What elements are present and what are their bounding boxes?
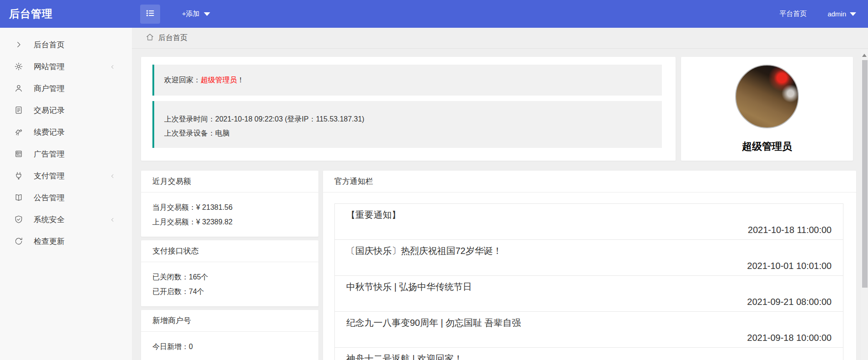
chevron-left-icon (109, 63, 116, 72)
sidebar-item-security[interactable]: 系统安全 (0, 208, 132, 230)
caret-down-icon (204, 12, 210, 16)
welcome-card: 欢迎回家：超级管理员！ 上次登录时间：2021-10-18 09:22:03 (… (141, 57, 676, 161)
sidebar-item-announcements[interactable]: 公告管理 (0, 187, 132, 208)
sidebar-item-label: 续费记录 (34, 127, 65, 137)
sidebar-toggle-button[interactable] (140, 5, 160, 24)
last-login-alert: 上次登录时间：2021-10-18 09:22:03 (登录IP：115.53.… (152, 101, 662, 148)
menu-list-icon (145, 8, 156, 20)
sidebar-item-label: 交易记录 (34, 105, 65, 116)
sidebar-item-merchants[interactable]: 商户管理 (0, 77, 132, 99)
platform-home-link[interactable]: 平台首页 (779, 10, 807, 18)
notice-row[interactable]: 神舟十二号返航 | 欢迎回家！ (335, 348, 843, 360)
open-book-icon (14, 193, 24, 203)
sidebar-item-renewals[interactable]: 续费记录 (0, 121, 132, 143)
header-right-group: 平台首页 admin (779, 0, 856, 28)
card-title: 支付接口状态 (141, 240, 318, 262)
sidebar-item-label: 支付管理 (34, 171, 65, 181)
sidebar-item-label: 广告管理 (34, 149, 65, 159)
chevron-right-icon (14, 40, 24, 50)
stat-row: 当月交易额：¥ 21381.56 (152, 200, 307, 215)
notice-date: 2021-10-18 11:00:00 (748, 225, 832, 235)
chevron-left-icon (109, 172, 116, 182)
user-menu[interactable]: admin (828, 10, 856, 18)
new-merchants-card: 新增商户号 今日新增：0 (141, 310, 318, 360)
notice-list: 【重要通知】 2021-10-18 11:00:00 〔国庆快乐〕热烈庆祝祖国7… (334, 203, 843, 360)
card-title: 新增商户号 (141, 310, 318, 332)
chevron-left-icon (109, 216, 116, 225)
scrollbar-thumb[interactable] (862, 60, 868, 288)
home-icon (146, 33, 154, 43)
avatar (735, 65, 799, 128)
sidebar-item-transactions[interactable]: 交易记录 (0, 99, 132, 121)
card-title: 近月交易额 (141, 171, 318, 193)
welcome-admin-name: 超级管理员 (201, 76, 237, 84)
notice-row[interactable]: 纪念九一八事变90周年 | 勿忘国耻 吾辈自强 2021-09-18 10:00… (335, 312, 843, 348)
sidebar: 后台首页 网站管理 商户管理 交易记录 (0, 28, 132, 360)
breadcrumb[interactable]: 后台首页 (132, 28, 868, 49)
sidebar-item-ads[interactable]: 广告管理 (0, 143, 132, 165)
welcome-alert: 欢迎回家：超级管理员！ (152, 65, 662, 96)
caret-down-icon (850, 12, 856, 16)
top-header: 后台管理 +添加 平台首页 admin (0, 0, 868, 28)
sidebar-item-website[interactable]: 网站管理 (0, 56, 132, 77)
plug-icon (14, 171, 24, 181)
last-login-time: 上次登录时间：2021-10-18 09:22:03 (登录IP：115.53.… (164, 112, 662, 126)
renewal-icon (14, 127, 24, 137)
vertical-scrollbar[interactable] (861, 50, 868, 360)
add-button[interactable]: +添加 (177, 0, 216, 28)
scrollbar-up-arrow-icon[interactable] (862, 54, 867, 57)
profile-card: 超级管理员 (681, 57, 853, 161)
notice-date: 2021-09-21 08:00:00 (747, 297, 832, 307)
sidebar-item-label: 网站管理 (34, 61, 65, 72)
notice-title[interactable]: 纪念九一八事变90周年 | 勿忘国耻 吾辈自强 (346, 317, 521, 329)
stat-row: 今日新增：0 (152, 340, 307, 354)
notice-date: 2021-09-18 10:00:00 (747, 333, 832, 343)
profile-name: 超级管理员 (681, 140, 853, 153)
shield-check-icon (14, 214, 24, 224)
notice-row[interactable]: 【重要通知】 2021-10-18 11:00:00 (335, 204, 843, 240)
main-content: 后台首页 欢迎回家：超级管理员！ 上次登录时间：2021-10-18 09:22… (132, 28, 868, 360)
notice-row[interactable]: 〔国庆快乐〕热烈庆祝祖国72岁华诞！ 2021-10-01 10:01:00 (335, 240, 843, 276)
sidebar-item-payments[interactable]: 支付管理 (0, 165, 132, 187)
document-icon (14, 105, 24, 115)
user-icon (14, 83, 24, 93)
sidebar-item-label: 系统安全 (34, 214, 65, 225)
gateway-status-card: 支付接口状态 已关闭数：165个 已开启数：74个 (141, 240, 318, 306)
sidebar-item-label: 商户管理 (34, 83, 65, 94)
sidebar-item-check-update[interactable]: 检查更新 (0, 230, 132, 252)
sidebar-item-label: 检查更新 (34, 236, 65, 247)
notice-title[interactable]: 中秋节快乐 | 弘扬中华传统节日 (346, 281, 472, 293)
sidebar-item-label: 公告管理 (34, 193, 65, 203)
sidebar-item-label: 后台首页 (34, 40, 65, 50)
refresh-icon (14, 236, 24, 246)
notice-title[interactable]: 〔国庆快乐〕热烈庆祝祖国72岁华诞！ (346, 245, 502, 257)
welcome-suffix: ！ (237, 76, 244, 84)
breadcrumb-label: 后台首页 (158, 33, 187, 43)
platform-home-label: 平台首页 (779, 10, 807, 18)
notice-date: 2021-10-01 10:01:00 (747, 261, 832, 271)
username-label: admin (828, 10, 846, 18)
official-notices-card: 官方通知栏 【重要通知】 2021-10-18 11:00:00 〔国庆快乐〕热… (323, 171, 856, 360)
add-button-label: +添加 (182, 10, 200, 18)
notice-row[interactable]: 中秋节快乐 | 弘扬中华传统节日 2021-09-21 08:00:00 (335, 276, 843, 312)
app-title: 后台管理 (9, 0, 53, 28)
monthly-volume-card: 近月交易额 当月交易额：¥ 21381.56 上月交易额：¥ 32389.82 (141, 171, 318, 237)
last-login-device: 上次登录设备：电脑 (164, 126, 662, 140)
ad-board-icon (14, 149, 24, 159)
notice-title[interactable]: 【重要通知】 (346, 209, 401, 221)
card-title: 官方通知栏 (323, 171, 856, 193)
welcome-prefix: 欢迎回家： (164, 76, 201, 84)
notice-title[interactable]: 神舟十二号返航 | 欢迎回家！ (346, 353, 463, 360)
sidebar-item-dashboard[interactable]: 后台首页 (0, 34, 132, 56)
stat-row: 上月交易额：¥ 32389.82 (152, 215, 307, 229)
stat-row: 已开启数：74个 (152, 284, 307, 299)
stat-row: 已关闭数：165个 (152, 270, 307, 284)
gear-icon (14, 61, 24, 71)
